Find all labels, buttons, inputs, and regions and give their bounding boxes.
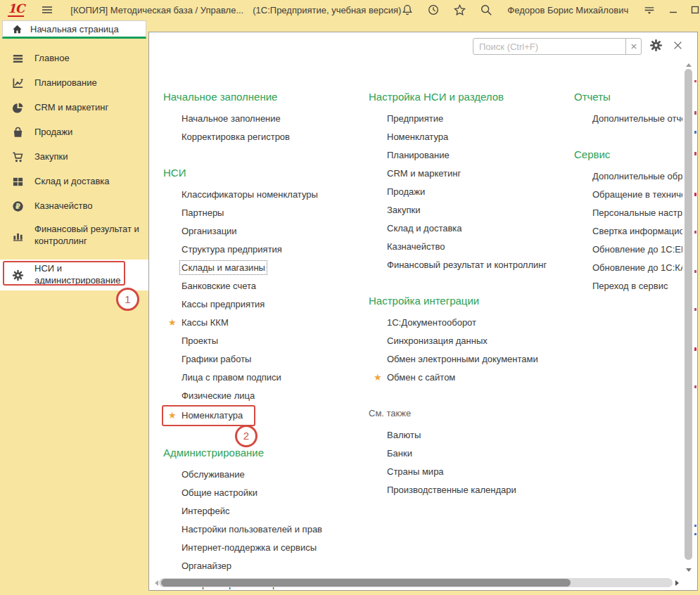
sidebar-item[interactable]: Склад и доставка — [0, 169, 148, 194]
main-menu-icon[interactable] — [41, 4, 53, 16]
menu-item-label: Обновление до 1С:КА 2 — [592, 262, 682, 273]
menu-item[interactable]: Начальное заполнение — [163, 110, 362, 128]
menu-item[interactable]: Склады и магазины — [163, 259, 362, 277]
menu-item-label: Обмен электронными документами — [387, 354, 538, 364]
tab-label: Начальная страница — [30, 24, 119, 34]
menu-item[interactable]: Корректировка регистров — [163, 128, 362, 146]
maximize-icon[interactable] — [691, 6, 699, 14]
sidebar-item[interactable]: Финансовый результат и контроллинг — [0, 219, 148, 252]
menu-item[interactable]: Склад и доставка — [369, 219, 567, 238]
section-header: См. также — [369, 404, 567, 423]
warehouse-grid-icon — [12, 176, 24, 188]
menu-item-label: Настройки пользователей и прав — [182, 524, 322, 535]
menu-item[interactable]: Интернет-поддержка и сервисы — [163, 539, 362, 557]
menu-item[interactable]: ★Кассы ККМ — [163, 314, 362, 332]
menu-item[interactable]: Казначейство — [369, 238, 567, 256]
menu-item[interactable]: Кассы предприятия — [163, 295, 362, 314]
panel-close-icon[interactable] — [673, 41, 682, 50]
menu-item[interactable]: Классификаторы номенклатуры — [163, 186, 362, 204]
menu-item-label: Склады и магазины — [182, 262, 265, 273]
sidebar-item[interactable]: CRM и маркетинг — [0, 96, 148, 120]
menu-item[interactable]: Дополнительные обработ — [574, 167, 682, 186]
menu-item[interactable]: Обращение в техническ — [574, 186, 682, 204]
minimize-icon[interactable] — [669, 6, 677, 14]
settings-gear-icon[interactable] — [649, 39, 663, 52]
sidebar-item[interactable]: Закупки — [0, 145, 148, 169]
sidebar-item-label: Главное — [34, 53, 148, 65]
menu-item-label: Производственные календари — [387, 485, 516, 495]
vertical-scrollbar-thumb[interactable] — [685, 69, 692, 560]
menu-item[interactable]: Органайзер — [163, 557, 362, 575]
menu-item[interactable]: Планирование — [369, 146, 567, 165]
search-clear-icon[interactable] — [625, 39, 641, 54]
horizontal-scrollbar-thumb[interactable] — [161, 579, 571, 587]
favorites-star-icon[interactable] — [453, 4, 466, 17]
main-menu-lines-icon — [12, 53, 24, 65]
menu-item[interactable]: Валюты — [369, 426, 567, 444]
menu-item-label: CRM и маркетинг — [387, 168, 461, 179]
section-header: Отчеты — [574, 87, 682, 107]
menu-item[interactable]: Переход в сервис — [574, 277, 682, 295]
menu-item[interactable]: Настройки пользователей и прав — [163, 520, 362, 539]
menu-item[interactable]: Продажи — [369, 183, 567, 201]
menu-item[interactable]: Синхронизация данных — [369, 332, 567, 350]
menu-item[interactable]: Предприятие — [369, 110, 567, 128]
scroll-up-arrow[interactable] — [686, 60, 692, 67]
titlebar-actions: Федоров Борис Михайлович — [401, 4, 700, 17]
menu-column-1: Начальное заполнениеНачальное заполнение… — [163, 87, 362, 591]
menu-item[interactable]: 1С:Документооборот — [369, 314, 567, 332]
sidebar-item[interactable]: Продажи — [0, 120, 148, 145]
menu-item[interactable]: Обновление до 1С:ERP — [574, 241, 682, 259]
search-input[interactable] — [473, 39, 625, 54]
sidebar-item-label: CRM и маркетинг — [34, 102, 148, 114]
menu-item[interactable]: Обслуживание — [163, 466, 362, 484]
menu-item[interactable]: Страны мира — [369, 463, 567, 481]
menu-item[interactable]: Обмен электронными документами — [369, 350, 567, 369]
menu-item[interactable]: CRM и маркетинг — [369, 165, 567, 183]
menu-item[interactable]: Персональные настройк — [574, 204, 682, 222]
menu-item[interactable]: Закупки — [369, 201, 567, 219]
menu-item[interactable]: ★Обмен с сайтом — [369, 369, 567, 387]
sidebar-item[interactable]: Планирование — [0, 71, 148, 96]
menu-item[interactable]: Партнеры — [163, 204, 362, 222]
section-header: Сервис — [574, 145, 682, 165]
sidebar-item[interactable]: ₽Казначейство — [0, 194, 148, 219]
notifications-bell-icon[interactable] — [401, 4, 414, 16]
menu-item[interactable]: Финансовый результат и контроллинг — [369, 256, 567, 274]
scroll-right-arrow[interactable] — [675, 580, 682, 586]
tab-home-page[interactable]: Начальная страница — [2, 20, 146, 39]
menu-item[interactable]: Общие настройки — [163, 484, 362, 502]
menu-item[interactable]: Организации — [163, 222, 362, 241]
window-title: [КОПИЯ] Методическая база / Управле... — [70, 5, 243, 15]
menu-item[interactable]: Графики работы — [163, 350, 362, 369]
global-search-icon[interactable] — [480, 4, 492, 16]
sidebar-item-label: Продажи — [34, 127, 148, 139]
sidebar-item-selected[interactable]: НСИ и администрирование1 — [0, 260, 148, 290]
menu-item[interactable]: Интерфейс — [163, 502, 362, 520]
scroll-down-arrow[interactable] — [686, 568, 692, 575]
menu-item[interactable]: Номенклатура — [369, 128, 567, 146]
menu-item-label: Физические лица — [182, 390, 255, 401]
menu-item-label: Графики работы — [182, 354, 251, 364]
menu-item[interactable]: Физические лица — [163, 387, 362, 405]
menu-item-label: 1С:Документооборот — [387, 317, 476, 328]
scroll-left-arrow[interactable] — [152, 580, 158, 586]
current-user[interactable]: Федоров Борис Михайлович — [507, 5, 628, 15]
sidebar-item[interactable]: Главное — [0, 46, 148, 71]
menu-item[interactable]: Производственные календари — [369, 481, 567, 499]
menu-item[interactable]: Проекты — [163, 332, 362, 350]
history-icon[interactable] — [427, 4, 440, 16]
menu-item[interactable]: Банковские счета — [163, 277, 362, 295]
service-menu-icon[interactable] — [643, 4, 656, 16]
menu-item[interactable]: Дополнительные отчеты — [574, 110, 682, 128]
menu-item[interactable]: Свертка информационно — [574, 222, 682, 241]
sidebar-item-label: НСИ и администрирование — [34, 263, 148, 287]
menu-item[interactable]: Обновление до 1С:КА 2 — [574, 259, 682, 277]
sales-bag-icon — [12, 127, 24, 139]
clipped-content-edge — [694, 32, 697, 590]
menu-item[interactable]: Структура предприятия — [163, 241, 362, 259]
menu-item[interactable]: Лица с правом подписи — [163, 369, 362, 387]
gear-icon — [12, 269, 24, 281]
menu-item[interactable]: Банки — [369, 444, 567, 463]
menu-item[interactable]: ★Номенклатура2 — [162, 405, 255, 426]
